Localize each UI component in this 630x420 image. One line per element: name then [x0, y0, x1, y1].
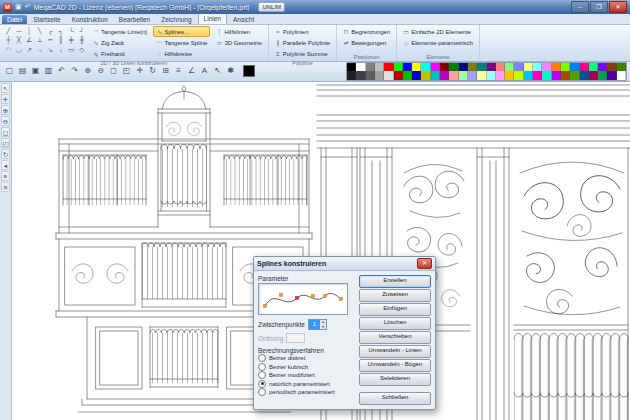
dialog-title-bar[interactable]: Splines konstruieren ✕ [254, 257, 435, 271]
line-tool-icon[interactable]: ◡ [14, 45, 25, 54]
line-tool-icon[interactable]: ▭ [66, 45, 77, 54]
previous-view-icon[interactable]: ◂ [1, 160, 10, 170]
line-tool-icon[interactable]: → [35, 45, 46, 54]
color-swatch[interactable] [477, 63, 486, 72]
ribbon-button-hilfskreise[interactable]: ◌ Hilfskreise [153, 49, 210, 60]
color-swatch[interactable] [570, 63, 579, 72]
tab-bearbeiten[interactable]: Bearbeiten [114, 15, 155, 24]
select-icon[interactable]: ↖ [1, 83, 10, 93]
selektieren-button[interactable]: Selektieren [359, 373, 431, 386]
line-tool-icon[interactable]: ↓ [56, 45, 67, 54]
line-tool-icon[interactable]: ◇ [77, 45, 88, 54]
ribbon-button-begrenzungen[interactable]: ⊓ Begrenzungen [340, 26, 393, 37]
line-tool-icon[interactable]: ┘ [77, 26, 88, 35]
line-tool-icon[interactable]: │ [24, 26, 35, 35]
color-swatch[interactable] [607, 63, 616, 72]
color-swatch[interactable] [394, 63, 403, 72]
color-swatch[interactable] [617, 63, 626, 72]
color-swatch[interactable] [524, 71, 533, 80]
layers-icon[interactable]: ≡ [1, 171, 10, 181]
line-tool-icon[interactable]: ↘ [45, 45, 56, 54]
color-swatch[interactable] [440, 63, 449, 72]
line-tool-icon[interactable]: ◠ [3, 45, 14, 54]
delete-icon[interactable]: ✕ [1, 182, 10, 192]
color-swatch[interactable] [394, 71, 403, 80]
ribbon-button-einfache-2d-elemente[interactable]: ▭ Einfache 2D Elemente [400, 26, 476, 37]
quick-save-icon[interactable]: ▣ [15, 0, 22, 14]
color-swatch[interactable] [533, 63, 542, 72]
spinner-down-icon[interactable]: ▾ [320, 325, 326, 330]
radio-periodisch-parametrisiert[interactable]: periodisch parametrisiert [258, 388, 354, 397]
redraw-icon[interactable]: ↻ [1, 149, 10, 159]
color-swatch[interactable] [589, 63, 598, 72]
color-swatch[interactable] [533, 71, 542, 80]
ribbon-button-elemente-parametrisch[interactable]: ◇ Elemente parametrisch [400, 37, 476, 48]
ribbon-button-freihand[interactable]: ✎ Freihand [90, 49, 150, 60]
color-swatch[interactable] [431, 71, 440, 80]
dialog-close-icon[interactable]: ✕ [417, 258, 432, 269]
color-swatch[interactable] [459, 63, 468, 72]
color-swatch[interactable] [384, 63, 393, 72]
quick-undo-icon[interactable]: ↶ [25, 0, 31, 14]
color-swatch[interactable] [542, 71, 551, 80]
ribbon-button-parallele-polylinie[interactable]: ∥ Parallele Polylinie [272, 37, 333, 48]
color-swatch[interactable] [607, 71, 616, 80]
color-swatch[interactable] [347, 63, 356, 72]
maximize-button[interactable]: ❐ [590, 1, 608, 13]
line-tool-icon[interactable]: ╲ [35, 26, 46, 35]
color-swatch[interactable] [552, 63, 561, 72]
ribbon-button-hilfslinien[interactable]: ┆ Hilfslinien [213, 26, 264, 37]
ribbon-button-tangente-linie[interactable]: ◠ Tangente Linie(n) [90, 26, 150, 37]
zoom-fit-icon[interactable]: ◰ [1, 138, 10, 148]
zwischenpunkte-stepper[interactable]: 1 ▴ ▾ [308, 319, 327, 330]
line-tool-icon[interactable]: ╱ [3, 26, 14, 35]
radio-circle[interactable] [258, 354, 266, 362]
ribbon-button-tangente-spline[interactable]: ◠ Tangente Spline [153, 37, 210, 48]
color-swatch[interactable] [366, 71, 375, 80]
color-swatch[interactable] [375, 63, 384, 72]
radio-natuerlich-parametrisiert[interactable]: natürlich parametrisiert [258, 380, 354, 389]
ribbon-button-splines[interactable]: ∿ Splines... [153, 26, 210, 37]
unlim-badge[interactable]: UNLIM [258, 2, 285, 12]
color-swatch[interactable] [384, 71, 393, 80]
color-swatch[interactable] [552, 71, 561, 80]
ribbon-button-3d-geometrie[interactable]: ▱ 3D Geometrie [213, 37, 264, 48]
line-tool-icon[interactable]: ╪ [66, 35, 77, 44]
line-tool-icon[interactable]: ↗ [24, 45, 35, 54]
color-swatch[interactable] [356, 63, 365, 72]
color-swatch[interactable] [580, 63, 589, 72]
color-swatch[interactable] [542, 63, 551, 72]
line-tool-icon[interactable]: ═ [45, 35, 56, 44]
color-swatch[interactable] [403, 63, 412, 72]
color-swatch[interactable] [524, 63, 533, 72]
tab-zeichnung[interactable]: Zeichnung [156, 15, 196, 24]
einfuegen-button[interactable]: Einfügen [359, 303, 431, 316]
color-swatch[interactable] [468, 63, 477, 72]
umwandeln-linien-button[interactable]: Umwandeln - Linien [359, 345, 431, 358]
color-swatch[interactable] [514, 71, 523, 80]
color-swatch[interactable] [477, 71, 486, 80]
color-swatch[interactable] [487, 71, 496, 80]
zoom-out-icon[interactable]: ⊖ [1, 116, 10, 126]
color-swatch[interactable] [598, 71, 607, 80]
color-swatch[interactable] [468, 71, 477, 80]
ribbon-button-polylinien[interactable]: ≈ Polylinien [272, 26, 333, 37]
line-tool-icon[interactable]: ┼ [3, 35, 14, 44]
radio-bezier-modifiziert[interactable]: Bezier modifiziert [258, 371, 354, 380]
line-tool-icon[interactable]: ∠ [24, 35, 35, 44]
radio-circle[interactable] [258, 363, 266, 371]
color-swatch[interactable] [440, 71, 449, 80]
close-button[interactable]: ✕ [609, 1, 627, 13]
line-tool-icon[interactable]: ╳ [14, 35, 25, 44]
color-swatch[interactable] [598, 63, 607, 72]
color-swatch[interactable] [580, 71, 589, 80]
color-swatch[interactable] [487, 63, 496, 72]
color-swatch[interactable] [421, 63, 430, 72]
color-swatch[interactable] [496, 63, 505, 72]
color-swatch[interactable] [561, 71, 570, 80]
tab-startseite[interactable]: Startseite [28, 15, 65, 24]
color-swatch[interactable] [403, 71, 412, 80]
line-tool-icon[interactable]: ║ [56, 35, 67, 44]
tab-konstruktion[interactable]: Konstruktion [67, 15, 113, 24]
line-tool-icon[interactable]: ─ [14, 26, 25, 35]
